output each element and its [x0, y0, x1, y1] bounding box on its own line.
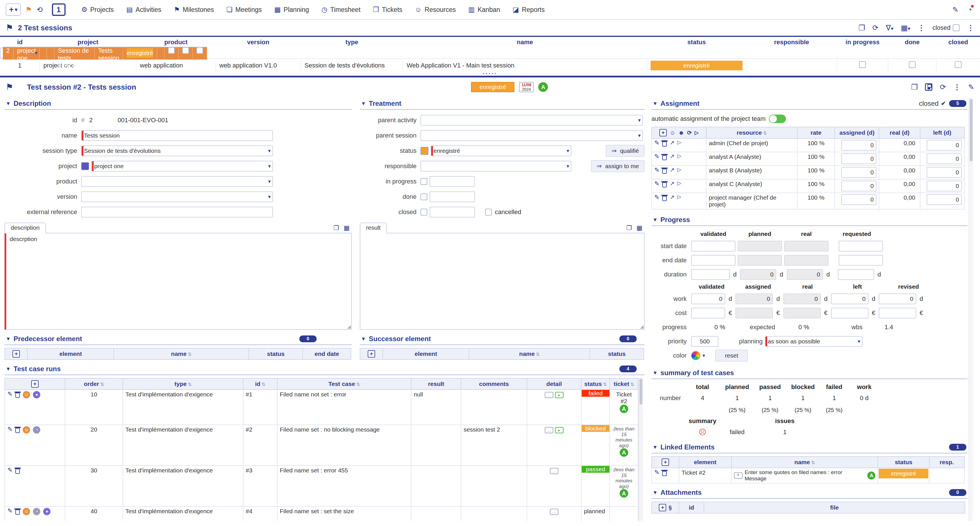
- parent-session-select[interactable]: [420, 130, 643, 141]
- menu-item-reports[interactable]: ◪Reports: [513, 6, 545, 14]
- planning-select[interactable]: as soon as possible: [765, 336, 862, 347]
- closed-checkbox[interactable]: [955, 61, 962, 68]
- end-validated-field[interactable]: [691, 255, 735, 266]
- col-element[interactable]: element: [679, 456, 731, 468]
- session-row-selected[interactable]: 2 project one Session de tests d'évoluti…: [0, 48, 40, 59]
- play-icon[interactable]: ▷: [677, 153, 681, 159]
- col-product[interactable]: product: [136, 37, 216, 48]
- filter-icon[interactable]: ∇▾: [886, 24, 893, 32]
- delete-icon[interactable]: [15, 428, 20, 433]
- col-in-progress[interactable]: in progress: [837, 37, 888, 48]
- tab-result[interactable]: result: [360, 222, 387, 234]
- reset-color-button[interactable]: reset: [715, 350, 748, 362]
- share-icon[interactable]: ↗: [670, 140, 675, 145]
- test-case-run-row[interactable]: ✎ ☺ ◔ 20 Test d'implémentation d'exigenc…: [5, 425, 638, 466]
- col-version[interactable]: version: [216, 37, 301, 48]
- col-id[interactable]: id: [0, 37, 40, 48]
- closed-date-field[interactable]: [430, 207, 475, 218]
- assigned-field[interactable]: [841, 167, 877, 178]
- col-closed[interactable]: closed: [936, 37, 980, 48]
- delete-icon[interactable]: [662, 141, 667, 146]
- delete-icon[interactable]: [15, 510, 20, 515]
- edit-icon[interactable]: ✎: [7, 391, 13, 397]
- menu-item-meetings[interactable]: ❏Meetings: [226, 6, 262, 14]
- left-field[interactable]: [927, 181, 962, 191]
- menu-item-timesheet[interactable]: ◷Timesheet: [321, 6, 360, 14]
- delete-icon[interactable]: [662, 182, 667, 188]
- col-resp[interactable]: resp.: [929, 456, 964, 468]
- expand-editor-icon[interactable]: ▦: [636, 225, 642, 231]
- print-icon[interactable]: ❐: [626, 225, 632, 231]
- delete-icon[interactable]: [15, 469, 20, 474]
- in-progress-checkbox[interactable]: [420, 178, 427, 185]
- menu-item-activities[interactable]: ▤Activities: [126, 6, 161, 14]
- col-test-case[interactable]: Test case⇅: [277, 378, 411, 389]
- collapse-icon[interactable]: ▼: [652, 444, 658, 450]
- done-checkbox[interactable]: [420, 193, 427, 200]
- edit-icon[interactable]: ✎: [654, 140, 659, 146]
- add-linked-element-button[interactable]: +: [662, 459, 669, 466]
- refresh-icon[interactable]: ⟳: [872, 24, 879, 32]
- assigned-field[interactable]: [841, 194, 877, 205]
- closed-filter-checkbox[interactable]: [953, 24, 959, 31]
- collapse-icon[interactable]: ▼: [652, 101, 658, 106]
- closed-checkbox[interactable]: [196, 47, 203, 54]
- refresh-assignments-icon[interactable]: ⟳: [687, 130, 692, 135]
- run-action-icon[interactable]: ◔: [33, 426, 40, 434]
- start-requested-field[interactable]: [839, 241, 883, 251]
- col-resource[interactable]: resource⇅: [706, 127, 797, 138]
- menu-item-resources[interactable]: ☺Resources: [415, 6, 456, 14]
- edit-icon[interactable]: ✎: [952, 6, 958, 13]
- edit-icon[interactable]: ✎: [654, 153, 659, 160]
- edit-icon[interactable]: ✎: [654, 181, 659, 187]
- linked-element-row[interactable]: ✎ Ticket #2 ❝ Enter some quotes on filed…: [652, 468, 964, 483]
- menu-item-tickets[interactable]: ❒Tickets: [373, 6, 402, 14]
- start-validated-field[interactable]: [691, 241, 735, 251]
- history-icon[interactable]: ⟲: [37, 6, 43, 13]
- columns-icon[interactable]: ▦▾: [901, 24, 910, 32]
- work-left-field[interactable]: [831, 294, 869, 304]
- kebab-menu-icon[interactable]: ⋮: [918, 24, 925, 32]
- expand-icon[interactable]: ▷: [695, 130, 698, 135]
- in-progress-checkbox[interactable]: [168, 47, 175, 54]
- assignment-row[interactable]: ✎↗▷ admin (Chef de projet) 100 % 0,00: [652, 138, 964, 152]
- col-status[interactable]: status⇅: [581, 378, 610, 389]
- left-field[interactable]: [927, 194, 962, 205]
- col-order[interactable]: order⇅: [65, 378, 123, 389]
- done-date-field[interactable]: [430, 191, 475, 202]
- add-successor-button[interactable]: +: [368, 350, 375, 358]
- external-reference-field[interactable]: [81, 207, 273, 218]
- share-icon[interactable]: ↗: [670, 181, 675, 186]
- left-field[interactable]: [927, 153, 962, 164]
- create-new-button[interactable]: +▾: [6, 3, 21, 16]
- more-icon[interactable]: ⋮: [967, 24, 974, 32]
- open-items-count[interactable]: 1: [52, 3, 65, 16]
- collapse-icon[interactable]: ▼: [361, 336, 366, 342]
- share-icon[interactable]: ↗: [670, 153, 675, 159]
- closed-checkbox[interactable]: [420, 209, 427, 216]
- in-progress-date-field[interactable]: [430, 176, 475, 187]
- status-select[interactable]: enregistré: [431, 145, 571, 156]
- col-file[interactable]: file: [704, 502, 965, 513]
- assign-to-me-button[interactable]: ⇒assign to me: [591, 160, 645, 172]
- qualify-button[interactable]: ⇒qualifié: [606, 145, 644, 157]
- description-textarea[interactable]: descrption ◢: [5, 234, 352, 330]
- col-element[interactable]: element: [383, 348, 469, 359]
- version-select[interactable]: [81, 191, 273, 202]
- play-icon[interactable]: ▷: [677, 167, 681, 172]
- share-icon[interactable]: ↗: [670, 167, 675, 173]
- col-responsible[interactable]: responsible: [746, 37, 837, 48]
- col-id[interactable]: id: [679, 502, 704, 513]
- col-status[interactable]: status: [647, 37, 746, 48]
- menu-item-kanban[interactable]: ▥Kanban: [468, 6, 500, 14]
- ticket-link[interactable]: Ticket #2: [612, 391, 636, 405]
- assignment-row[interactable]: ✎↗▷ analyst C (Analyste) 100 % 0,00: [652, 179, 964, 193]
- bookmark-icon[interactable]: ⚑: [25, 6, 32, 13]
- cost-validated-field[interactable]: [691, 308, 725, 318]
- menu-item-milestones[interactable]: ⚑Milestones: [174, 6, 214, 14]
- linked-element-id[interactable]: Ticket #2: [679, 468, 731, 483]
- work-validated-field[interactable]: [691, 294, 725, 304]
- collapse-icon[interactable]: ▼: [6, 366, 11, 372]
- col-status[interactable]: status: [878, 456, 929, 468]
- add-test-case-run-button[interactable]: +: [31, 380, 38, 388]
